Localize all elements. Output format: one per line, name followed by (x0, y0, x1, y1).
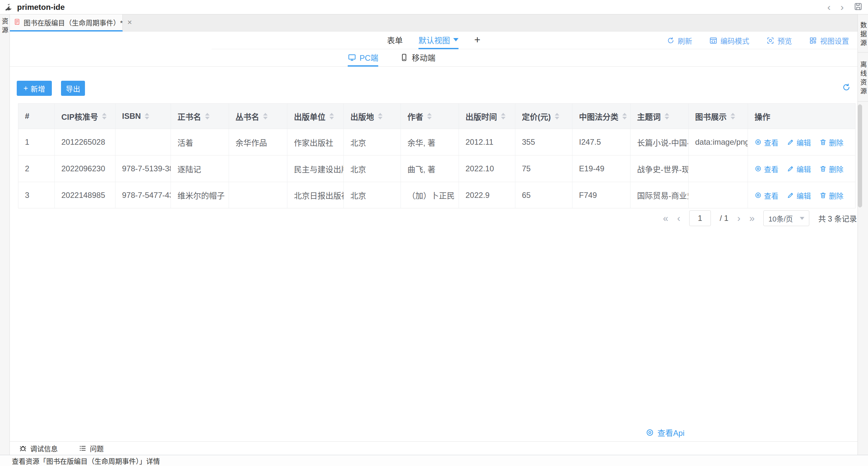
sort-icon (555, 113, 559, 119)
status-bar: 查看资源「图书在版编目（生命周期事件）」详情 (0, 455, 868, 466)
file-tabbar: 图书在版编目（生命周期事件）* × (10, 14, 858, 31)
cell-publisher: 作家出版社 (287, 129, 344, 155)
export-button[interactable]: 导出 (61, 81, 85, 96)
edit-row-button[interactable]: 编辑 (787, 190, 811, 201)
cell-title: 活着 (171, 129, 229, 155)
monitor-icon (348, 53, 356, 62)
cell-place: 北京 (344, 155, 401, 182)
column-header: # (19, 104, 55, 129)
pagination: « ‹ / 1 › » 10条/页 共 3 条记录 (663, 210, 857, 227)
document-icon (14, 18, 20, 27)
delete-row-button[interactable]: 删除 (819, 137, 843, 147)
save-button[interactable] (854, 2, 863, 12)
page-number-input[interactable] (689, 210, 711, 226)
page-size-select[interactable]: 10条/页 (763, 210, 809, 226)
bottom-panel-bar: 调试信息 问题 (10, 441, 858, 455)
refresh-button[interactable]: 刷新 (666, 35, 692, 46)
view-api-link[interactable]: 查看Api (646, 427, 685, 438)
table-refresh-button[interactable] (842, 83, 851, 92)
rail-resources-tab[interactable]: 资源 (0, 18, 9, 35)
cell-keywords: 战争史-世界-现代 (630, 155, 688, 182)
tab-form[interactable]: 表单 (387, 31, 403, 49)
delete-row-button[interactable]: 删除 (819, 164, 843, 174)
first-page-icon[interactable]: « (663, 214, 668, 223)
refresh-icon (666, 36, 675, 45)
cell-author: 余华, 著 (401, 129, 459, 155)
cell-isbn: 978-7-5139-3866 (116, 155, 171, 182)
rail-datasource-tab[interactable]: 数据源 (858, 14, 868, 53)
cell-isbn (116, 129, 171, 155)
column-header[interactable]: 定价(元) (515, 104, 572, 129)
view-row-button[interactable]: 查看 (754, 137, 778, 147)
table-row: 2 2022096230 978-7-5139-3866 逐陆记 民主与建设出版… (19, 155, 855, 182)
prev-page-icon[interactable]: ‹ (677, 214, 680, 223)
cell-index: 2 (19, 155, 55, 182)
cell-actions: 查看 编辑 删除 (748, 129, 855, 155)
column-header[interactable]: CIP核准号 (55, 104, 116, 129)
cell-series (229, 155, 287, 182)
sort-icon (263, 113, 268, 119)
add-view-tab-button[interactable]: + (474, 31, 480, 49)
cell-index: 3 (19, 182, 55, 208)
pencil-icon (787, 192, 794, 199)
problems-button[interactable]: 问题 (79, 443, 104, 453)
column-header[interactable]: 作者 (401, 104, 459, 129)
bug-icon (19, 444, 27, 452)
chevron-down-icon[interactable] (453, 38, 459, 41)
delete-row-button[interactable]: 删除 (819, 190, 843, 201)
column-header[interactable]: 主题词 (630, 104, 688, 129)
eye-icon (754, 165, 762, 172)
column-header[interactable]: 出版地 (344, 104, 401, 129)
view-row-button[interactable]: 查看 (754, 190, 778, 201)
last-page-icon[interactable]: » (749, 214, 754, 223)
cell-keywords: 国际贸易-商业史 (630, 182, 688, 208)
sort-icon (622, 113, 627, 119)
cell-pubdate: 2012.11 (459, 129, 515, 155)
tab-mobile[interactable]: 移动端 (400, 49, 435, 67)
history-forward-icon[interactable]: › (840, 2, 844, 12)
cell-actions: 查看 编辑 删除 (748, 182, 855, 208)
cell-price: 65 (515, 182, 572, 208)
column-header[interactable]: 中图法分类 (572, 104, 630, 129)
pencil-icon (787, 139, 794, 146)
history-back-icon[interactable]: ‹ (827, 2, 831, 12)
records-table: # CIP核准号 ISBN 正书名 丛书名 出版单位 出版地 作者 出版时间 定… (18, 104, 856, 208)
next-page-icon[interactable]: › (738, 214, 741, 223)
tab-pc[interactable]: PC端 (348, 49, 378, 67)
add-record-button[interactable]: + 新增 (17, 81, 52, 96)
debug-info-button[interactable]: 调试信息 (19, 443, 58, 453)
column-header[interactable]: 出版单位 (287, 104, 344, 129)
view-row-button[interactable]: 查看 (754, 164, 778, 174)
app-title: primeton-ide (17, 3, 65, 12)
column-header[interactable]: 图书展示 (688, 104, 748, 129)
cell-isbn: 978-7-5477-4378 (116, 182, 171, 208)
code-mode-button[interactable]: 编码模式 (709, 35, 749, 46)
cell-actions: 查看 编辑 删除 (748, 155, 855, 182)
cell-pubdate: 2022.9 (459, 182, 515, 208)
file-tab-label: 图书在版编目（生命周期事件）* (24, 18, 123, 27)
table-scrollbar[interactable] (858, 104, 862, 207)
records-count-label: 共 3 条记录 (818, 213, 857, 224)
sort-icon (664, 113, 669, 119)
close-tab-icon[interactable]: × (127, 19, 132, 26)
trash-icon (819, 165, 827, 172)
cell-cip: 2012265028 (55, 129, 116, 155)
edit-row-button[interactable]: 编辑 (787, 137, 811, 147)
preview-button[interactable]: 预览 (766, 35, 792, 46)
cell-place: 北京 (344, 182, 401, 208)
cell-author: （加）卜正民（T (401, 182, 459, 208)
sort-icon (427, 113, 432, 119)
sort-icon (205, 113, 210, 119)
column-header[interactable]: 丛书名 (229, 104, 287, 129)
file-tab-active[interactable]: 图书在版编目（生命周期事件）* × (10, 14, 123, 31)
column-header[interactable]: ISBN (116, 104, 171, 129)
column-header[interactable]: 正书名 (171, 104, 229, 129)
view-toolbar: 刷新 编码模式 预览 视图设置 (666, 31, 849, 49)
column-header[interactable]: 出版时间 (459, 104, 515, 129)
view-settings-button[interactable]: 视图设置 (809, 35, 849, 46)
device-tab-row: PC端 移动端 (10, 49, 858, 67)
cell-keywords: 长篇小说-中国-当 (630, 129, 688, 155)
rail-offline-resources-tab[interactable]: 离线资源 (858, 53, 868, 102)
edit-row-button[interactable]: 编辑 (787, 164, 811, 174)
tab-default-view[interactable]: 默认视图 (418, 31, 459, 49)
